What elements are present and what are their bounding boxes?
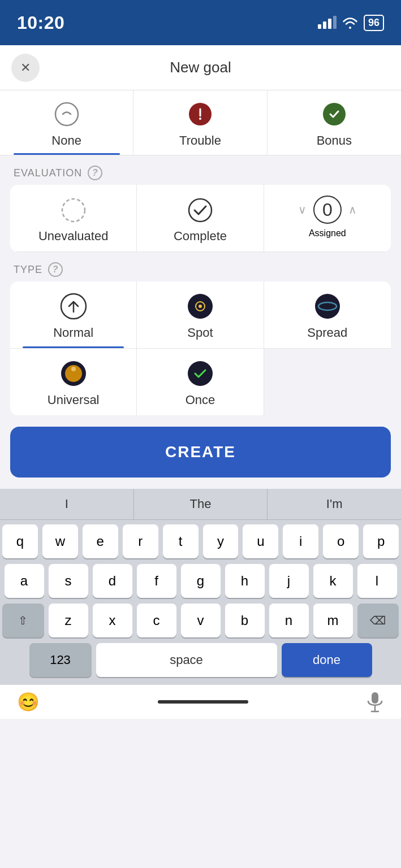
key-row-1: q w e r t y u i o p [2, 524, 399, 558]
bottom-bar: 😊 [0, 685, 401, 719]
key-x[interactable]: x [93, 604, 132, 637]
key-y[interactable]: y [203, 524, 239, 558]
svg-point-2 [199, 118, 201, 120]
normal-selected-bar [23, 346, 124, 348]
key-n[interactable]: n [269, 604, 309, 637]
key-e[interactable]: e [83, 524, 118, 558]
close-icon: ✕ [20, 60, 31, 75]
normal-icon [59, 292, 88, 321]
svg-rect-18 [372, 692, 378, 704]
evaluation-card-complete[interactable]: Complete [137, 185, 264, 252]
key-z[interactable]: z [49, 604, 88, 637]
space-key[interactable]: space [96, 643, 277, 677]
type-cards: Normal Spot Spread [10, 281, 391, 415]
complete-label: Complete [174, 229, 227, 244]
modifier-card-trouble[interactable]: Trouble [133, 90, 267, 155]
type-card-spot[interactable]: Spot [137, 281, 264, 349]
trouble-label: Trouble [179, 133, 221, 148]
key-d[interactable]: d [93, 564, 132, 598]
svg-point-0 [55, 103, 78, 125]
none-selected-bar [14, 153, 120, 155]
delete-key[interactable]: ⌫ [357, 604, 399, 637]
evaluation-section-label: EVALUATION ? [0, 155, 401, 185]
evaluation-card-unevaluated[interactable]: Unevaluated [10, 185, 137, 252]
key-u[interactable]: u [243, 524, 278, 558]
microphone-button[interactable] [366, 691, 384, 713]
key-o[interactable]: o [323, 524, 359, 558]
create-button-wrapper: CREATE [0, 415, 401, 489]
none-icon [52, 99, 81, 129]
type-card-normal[interactable]: Normal [10, 281, 137, 349]
spot-label: Spot [187, 326, 213, 340]
autocomplete-word-2[interactable]: The [134, 489, 268, 519]
key-h[interactable]: h [225, 564, 265, 598]
modifier-card-bonus[interactable]: Bonus [268, 90, 401, 155]
type-card-spread[interactable]: Spread [264, 281, 391, 349]
header: ✕ New goal [0, 45, 401, 90]
type-card-once[interactable]: Once [137, 349, 264, 415]
unevaluated-icon [59, 196, 88, 224]
page-title: New goal [170, 59, 231, 76]
key-a[interactable]: a [5, 564, 44, 598]
svg-point-10 [199, 305, 202, 308]
shift-key[interactable]: ⇧ [2, 604, 44, 637]
complete-icon [186, 196, 214, 224]
close-button[interactable]: ✕ [11, 54, 40, 82]
svg-point-4 [62, 199, 85, 222]
key-l[interactable]: l [357, 564, 397, 598]
key-r[interactable]: r [123, 524, 158, 558]
key-b[interactable]: b [225, 604, 265, 637]
autocomplete-word-1[interactable]: I [0, 489, 134, 519]
evaluation-cards: Unevaluated Complete ∨ 0 ∧ Assigned [10, 185, 391, 252]
key-g[interactable]: g [181, 564, 221, 598]
autocomplete-word-3[interactable]: I'm [268, 489, 401, 519]
type-help-icon[interactable]: ? [48, 262, 63, 277]
trouble-icon [186, 99, 215, 129]
key-rows: q w e r t y u i o p a s d f g h j k l ⇧ … [0, 520, 401, 685]
key-row-2: a s d f g h j k l [2, 564, 399, 598]
key-c[interactable]: c [137, 604, 176, 637]
key-w[interactable]: w [42, 524, 78, 558]
done-key[interactable]: done [282, 643, 372, 677]
key-v[interactable]: v [181, 604, 221, 637]
bonus-label: Bonus [317, 133, 352, 148]
stepper-value: 0 [313, 196, 342, 224]
key-s[interactable]: s [49, 564, 88, 598]
numbers-key[interactable]: 123 [29, 643, 92, 677]
bonus-icon [320, 99, 349, 129]
status-icons: 96 [318, 15, 384, 31]
assigned-stepper: ∨ 0 ∧ [296, 196, 359, 224]
key-j[interactable]: j [269, 564, 309, 598]
key-i[interactable]: i [283, 524, 318, 558]
normal-label: Normal [53, 326, 93, 340]
once-label: Once [186, 393, 215, 407]
modifier-card-none[interactable]: None [0, 90, 133, 155]
wifi-icon [342, 16, 358, 29]
stepper-up-button[interactable]: ∧ [346, 201, 359, 219]
evaluation-card-assigned[interactable]: ∨ 0 ∧ Assigned [264, 185, 391, 252]
battery-icon: 96 [364, 15, 384, 31]
evaluation-help-icon[interactable]: ? [88, 166, 102, 180]
svg-point-17 [188, 361, 213, 386]
goal-modifier-cards: None Trouble Bonus [0, 90, 401, 155]
key-q[interactable]: q [2, 524, 38, 558]
key-t[interactable]: t [163, 524, 199, 558]
stepper-down-button[interactable]: ∨ [296, 201, 309, 219]
type-section-label: TYPE ? [0, 252, 401, 281]
spread-icon [313, 292, 342, 321]
key-m[interactable]: m [313, 604, 353, 637]
key-f[interactable]: f [137, 564, 176, 598]
none-label: None [51, 133, 81, 148]
key-p[interactable]: p [363, 524, 399, 558]
key-k[interactable]: k [313, 564, 353, 598]
once-icon [186, 359, 215, 388]
type-card-universal[interactable]: Universal [10, 349, 137, 415]
emoji-button[interactable]: 😊 [17, 691, 40, 713]
svg-point-5 [189, 199, 212, 222]
status-time: 10:20 [17, 12, 64, 33]
create-button[interactable]: CREATE [10, 427, 391, 478]
unevaluated-label: Unevaluated [38, 229, 109, 244]
spot-icon [186, 292, 215, 321]
autocomplete-row: I The I'm [0, 489, 401, 520]
spread-label: Spread [307, 326, 347, 340]
